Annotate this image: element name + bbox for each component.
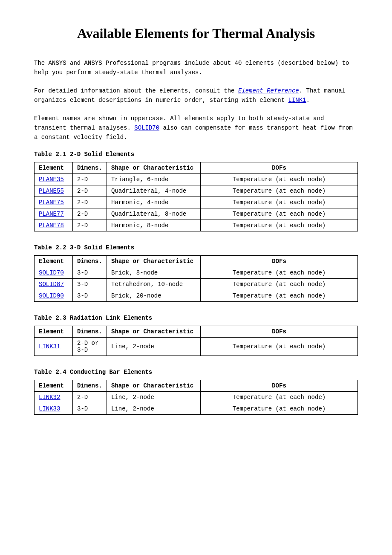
cell-shape: Line, 2-node	[107, 337, 201, 356]
cell-dimens: 2-D or 3-D	[73, 337, 107, 356]
cell-dofs: Temperature (at each node)	[201, 278, 358, 290]
cell-dimens: 2-D	[73, 173, 107, 185]
cell-dofs: Temperature (at each node)	[201, 185, 358, 197]
intro2-end: .	[306, 97, 310, 104]
table-2-2-section: Table 2.2 3-D Solid Elements Element Dim…	[34, 244, 358, 302]
table-row: PLANE78 2-D Harmonic, 8-node Temperature…	[35, 220, 358, 231]
col-header-dofs-1: DOFs	[201, 162, 358, 173]
table-row: SOLID87 3-D Tetrahedron, 10-node Tempera…	[35, 278, 358, 290]
cell-element: PLANE75	[35, 197, 73, 208]
solid70-inline-link[interactable]: SOLID70	[134, 124, 159, 131]
cell-element: LINK31	[35, 337, 73, 356]
plane55-link[interactable]: PLANE55	[39, 188, 64, 194]
table-2-3-section: Table 2.3 Radiation Link Elements Elemen…	[34, 315, 358, 356]
cell-shape: Harmonic, 4-node	[107, 197, 201, 208]
table-row: PLANE35 2-D Triangle, 6-node Temperature…	[35, 173, 358, 185]
table-2-1: Element Dimens. Shape or Characteristic …	[34, 162, 358, 231]
plane77-link[interactable]: PLANE77	[39, 211, 64, 217]
intro2-text-before: For detailed information about the eleme…	[34, 87, 238, 94]
intro-paragraph-3: Element names are shown in uppercase. Al…	[34, 114, 358, 142]
intro-paragraph-1: The ANSYS and ANSYS Professional program…	[34, 58, 358, 78]
table-2-4-section: Table 2.4 Conducting Bar Elements Elemen…	[34, 369, 358, 415]
col-header-element-2: Element	[35, 255, 73, 267]
table-2-4: Element Dimens. Shape or Characteristic …	[34, 380, 358, 415]
plane75-link[interactable]: PLANE75	[39, 199, 64, 206]
col-header-element-1: Element	[35, 162, 73, 173]
solid87-link[interactable]: SOLID87	[39, 281, 64, 288]
cell-shape: Line, 2-node	[107, 403, 201, 414]
cell-dofs: Temperature (at each node)	[201, 208, 358, 220]
element-reference-link[interactable]: Element Reference	[238, 87, 299, 94]
cell-element: SOLID87	[35, 278, 73, 290]
cell-shape: Line, 2-node	[107, 391, 201, 403]
table-row: LINK31 2-D or 3-D Line, 2-node Temperatu…	[35, 337, 358, 356]
cell-shape: Quadrilateral, 4-node	[107, 185, 201, 197]
col-header-dimens-4: Dimens.	[73, 380, 107, 391]
cell-dimens: 2-D	[73, 208, 107, 220]
table-row: LINK32 2-D Line, 2-node Temperature (at …	[35, 391, 358, 403]
table-row: PLANE77 2-D Quadrilateral, 8-node Temper…	[35, 208, 358, 220]
cell-shape: Triangle, 6-node	[107, 173, 201, 185]
col-header-dimens-3: Dimens.	[73, 326, 107, 337]
table-2-2: Element Dimens. Shape or Characteristic …	[34, 255, 358, 302]
table-2-1-section: Table 2.1 2-D Solid Elements Element Dim…	[34, 151, 358, 231]
table-row: PLANE75 2-D Harmonic, 4-node Temperature…	[35, 197, 358, 208]
cell-dimens: 3-D	[73, 267, 107, 278]
cell-shape: Tetrahedron, 10-node	[107, 278, 201, 290]
cell-dofs: Temperature (at each node)	[201, 220, 358, 231]
cell-dimens: 2-D	[73, 185, 107, 197]
table-row: LINK33 3-D Line, 2-node Temperature (at …	[35, 403, 358, 414]
cell-shape: Harmonic, 8-node	[107, 220, 201, 231]
cell-dofs: Temperature (at each node)	[201, 267, 358, 278]
table-row: PLANE55 2-D Quadrilateral, 4-node Temper…	[35, 185, 358, 197]
col-header-dimens-1: Dimens.	[73, 162, 107, 173]
cell-shape: Brick, 20-node	[107, 290, 201, 301]
link32-link[interactable]: LINK32	[39, 394, 60, 401]
col-header-dofs-4: DOFs	[201, 380, 358, 391]
table-2-4-title: Table 2.4 Conducting Bar Elements	[34, 369, 358, 376]
link33-link[interactable]: LINK33	[39, 405, 60, 412]
col-header-dimens-2: Dimens.	[73, 255, 107, 267]
table-2-1-title: Table 2.1 2-D Solid Elements	[34, 151, 358, 158]
cell-dimens: 2-D	[73, 391, 107, 403]
link1-link[interactable]: LINK1	[288, 97, 306, 104]
table-row: SOLID90 3-D Brick, 20-node Temperature (…	[35, 290, 358, 301]
cell-dofs: Temperature (at each node)	[201, 173, 358, 185]
cell-dimens: 3-D	[73, 290, 107, 301]
link31-link[interactable]: LINK31	[39, 343, 60, 350]
cell-dofs: Temperature (at each node)	[201, 391, 358, 403]
solid90-link[interactable]: SOLID90	[39, 292, 64, 299]
col-header-shape-4: Shape or Characteristic	[107, 380, 201, 391]
table-row: SOLID70 3-D Brick, 8-node Temperature (a…	[35, 267, 358, 278]
cell-dimens: 2-D	[73, 197, 107, 208]
col-header-dofs-2: DOFs	[201, 255, 358, 267]
col-header-shape-3: Shape or Characteristic	[107, 326, 201, 337]
solid70-link[interactable]: SOLID70	[39, 269, 64, 276]
col-header-dofs-3: DOFs	[201, 326, 358, 337]
cell-dimens: 3-D	[73, 278, 107, 290]
intro-paragraph-2: For detailed information about the eleme…	[34, 86, 358, 105]
cell-shape: Quadrilateral, 8-node	[107, 208, 201, 220]
page-title: Available Elements for Thermal Analysis	[34, 26, 358, 41]
table-2-3: Element Dimens. Shape or Characteristic …	[34, 326, 358, 356]
table-2-2-title: Table 2.2 3-D Solid Elements	[34, 244, 358, 251]
cell-dimens: 3-D	[73, 403, 107, 414]
cell-shape: Brick, 8-node	[107, 267, 201, 278]
cell-element: PLANE77	[35, 208, 73, 220]
cell-element: PLANE55	[35, 185, 73, 197]
col-header-element-3: Element	[35, 326, 73, 337]
cell-dimens: 2-D	[73, 220, 107, 231]
cell-dofs: Temperature (at each node)	[201, 197, 358, 208]
cell-element: SOLID90	[35, 290, 73, 301]
col-header-shape-1: Shape or Characteristic	[107, 162, 201, 173]
cell-element: LINK33	[35, 403, 73, 414]
cell-element: SOLID70	[35, 267, 73, 278]
cell-element: PLANE78	[35, 220, 73, 231]
table-2-3-title: Table 2.3 Radiation Link Elements	[34, 315, 358, 321]
col-header-shape-2: Shape or Characteristic	[107, 255, 201, 267]
cell-dofs: Temperature (at each node)	[201, 403, 358, 414]
cell-dofs: Temperature (at each node)	[201, 337, 358, 356]
plane35-link[interactable]: PLANE35	[39, 176, 64, 183]
plane78-link[interactable]: PLANE78	[39, 222, 64, 229]
col-header-element-4: Element	[35, 380, 73, 391]
